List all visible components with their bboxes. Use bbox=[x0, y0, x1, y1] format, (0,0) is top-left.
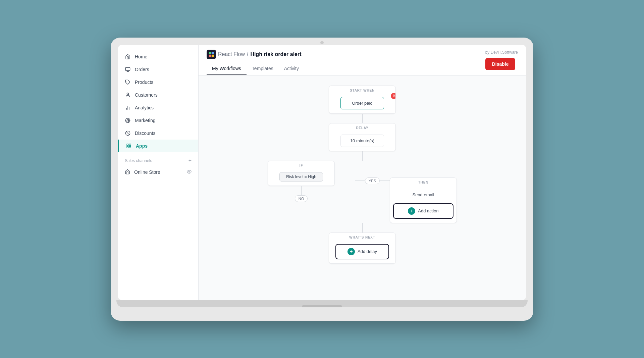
sidebar: Home Orders Products bbox=[118, 45, 199, 300]
then-action[interactable]: Send email bbox=[407, 189, 439, 201]
sidebar-label-analytics: Analytics bbox=[135, 105, 154, 110]
sidebar-item-discounts[interactable]: Discounts bbox=[118, 127, 198, 140]
if-header: IF bbox=[268, 161, 334, 169]
svg-rect-17 bbox=[212, 54, 214, 57]
whats-next-card: WHAT`S NEXT + Add delay bbox=[329, 233, 396, 264]
add-delay-plus-icon: + bbox=[347, 248, 355, 255]
sidebar-item-marketing[interactable]: Marketing bbox=[118, 114, 198, 127]
sidebar-item-home[interactable]: Home bbox=[118, 50, 198, 63]
whats-next-node: WHAT`S NEXT + Add delay bbox=[241, 233, 483, 264]
sales-channels-section: Sales channels + bbox=[118, 152, 198, 166]
svg-line-8 bbox=[126, 132, 129, 135]
online-store-label: Online Store bbox=[134, 169, 160, 175]
add-delay-button[interactable]: + Add delay bbox=[335, 244, 389, 259]
main-content: React Flow / High risk order alert My Wo… bbox=[199, 45, 526, 300]
workflow: START WHEN Order paid ✕ bbox=[241, 86, 483, 290]
start-when-node: START WHEN Order paid ✕ bbox=[241, 86, 483, 114]
no-connector bbox=[301, 186, 302, 195]
sidebar-item-products[interactable]: Products bbox=[118, 76, 198, 89]
delay-card: DELAY 10 minute(s) bbox=[329, 123, 396, 151]
analytics-icon bbox=[125, 105, 131, 111]
connector-3 bbox=[362, 223, 363, 233]
sidebar-label-products: Products bbox=[135, 80, 153, 85]
add-sales-channel-button[interactable]: + bbox=[189, 158, 192, 164]
store-icon bbox=[125, 169, 130, 175]
breadcrumb-app-name: React Flow bbox=[218, 51, 245, 57]
then-branch: THEN Send email + Add action bbox=[390, 177, 457, 223]
connector-1 bbox=[362, 114, 363, 123]
sidebar-nav: Home Orders Products bbox=[118, 50, 198, 300]
no-badge: NO bbox=[295, 195, 308, 202]
delay-node: DELAY 10 minute(s) bbox=[241, 123, 483, 151]
sidebar-item-customers[interactable]: Customers bbox=[118, 89, 198, 101]
then-header: THEN bbox=[390, 178, 457, 186]
svg-rect-15 bbox=[212, 52, 214, 54]
sidebar-label-marketing: Marketing bbox=[135, 118, 155, 123]
sidebar-label-orders: Orders bbox=[135, 67, 149, 72]
breadcrumb: React Flow / High risk order alert bbox=[207, 50, 302, 59]
if-card: IF Risk level = High bbox=[268, 161, 335, 186]
svg-rect-10 bbox=[129, 144, 131, 146]
sidebar-label-discounts: Discounts bbox=[135, 131, 155, 136]
sales-channels-label: Sales channels bbox=[125, 158, 152, 163]
orders-icon bbox=[125, 66, 131, 72]
home-icon bbox=[125, 54, 131, 60]
sidebar-item-online-store[interactable]: Online Store bbox=[118, 166, 198, 178]
app-icon bbox=[207, 50, 216, 59]
tab-activity[interactable]: Activity bbox=[279, 62, 304, 75]
svg-rect-9 bbox=[127, 144, 128, 146]
customers-icon bbox=[125, 92, 131, 98]
condition-value[interactable]: Risk level = High bbox=[279, 172, 323, 182]
tab-templates[interactable]: Templates bbox=[247, 62, 279, 75]
whats-next-header: WHAT`S NEXT bbox=[329, 233, 395, 241]
products-icon bbox=[125, 79, 131, 85]
sidebar-item-orders[interactable]: Orders bbox=[118, 63, 198, 76]
add-action-button[interactable]: + Add action bbox=[393, 203, 453, 219]
remove-trigger-button[interactable]: ✕ bbox=[391, 93, 396, 99]
top-bar: React Flow / High risk order alert My Wo… bbox=[199, 45, 526, 75]
sidebar-label-customers: Customers bbox=[135, 92, 158, 98]
svg-point-2 bbox=[127, 93, 128, 95]
workflow-canvas: START WHEN Order paid ✕ bbox=[199, 75, 526, 300]
sidebar-label-apps: Apps bbox=[136, 143, 148, 149]
apps-icon bbox=[126, 143, 132, 149]
delay-header: DELAY bbox=[329, 123, 395, 132]
disable-button[interactable]: Disable bbox=[485, 58, 516, 70]
svg-point-13 bbox=[189, 171, 190, 172]
then-card: THEN Send email + Add action bbox=[390, 177, 457, 223]
discounts-icon bbox=[125, 130, 131, 136]
svg-rect-0 bbox=[125, 67, 130, 70]
laptop-notch bbox=[320, 41, 324, 44]
svg-rect-16 bbox=[209, 54, 211, 57]
connector-2 bbox=[362, 151, 363, 161]
sidebar-item-analytics[interactable]: Analytics bbox=[118, 101, 198, 114]
start-when-card: START WHEN Order paid ✕ bbox=[329, 86, 396, 114]
marketing-icon bbox=[125, 117, 131, 123]
branch-row: IF Risk level = High NO bbox=[241, 161, 483, 223]
svg-rect-14 bbox=[209, 52, 211, 54]
svg-rect-11 bbox=[129, 146, 131, 148]
sidebar-item-apps[interactable]: Apps bbox=[118, 140, 198, 152]
if-branch: IF Risk level = High NO bbox=[268, 161, 335, 202]
tabs-bar: My Workflows Templates Activity bbox=[207, 62, 304, 75]
eye-icon[interactable] bbox=[187, 169, 192, 175]
start-when-header: START WHEN bbox=[329, 86, 395, 94]
add-action-label: Add action bbox=[418, 208, 438, 213]
breadcrumb-separator: / bbox=[247, 51, 248, 57]
yes-badge: YES bbox=[365, 177, 380, 184]
by-label: by DevIT.Software bbox=[485, 50, 518, 55]
delay-value[interactable]: 10 minute(s) bbox=[340, 135, 384, 147]
svg-rect-12 bbox=[127, 146, 128, 148]
add-delay-label: Add delay bbox=[358, 249, 377, 254]
breadcrumb-page-title: High risk order alert bbox=[250, 51, 301, 57]
sidebar-label-home: Home bbox=[135, 54, 147, 59]
tab-my-workflows[interactable]: My Workflows bbox=[207, 62, 247, 75]
add-action-plus-icon: + bbox=[408, 207, 415, 215]
start-when-trigger[interactable]: Order paid bbox=[340, 97, 384, 109]
